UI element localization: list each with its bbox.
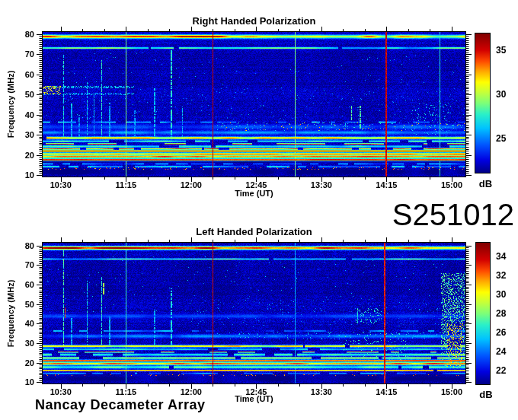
x-tick-label: 12:45	[239, 180, 273, 189]
x-tick-label: 14:15	[369, 387, 403, 396]
lhp-colorbar	[475, 242, 491, 385]
x-tick-label: 12:00	[174, 387, 208, 396]
y-tick-label: 50	[16, 300, 34, 309]
rhp-x-axis-label: Time (UT)	[42, 189, 466, 198]
colorbar-tick-label: 24	[496, 346, 506, 357]
colorbar-tick-label: 28	[496, 308, 506, 319]
rhp-colorbar-unit-label: dB	[472, 178, 500, 189]
lhp-colorbar-unit-label: dB	[472, 389, 500, 400]
y-tick-label: 30	[16, 339, 34, 348]
x-tick-label: 10:30	[44, 180, 78, 189]
y-tick-label: 40	[16, 319, 34, 328]
x-tick-label: 15:00	[435, 180, 468, 189]
colorbar-tick-label: 25	[496, 133, 506, 144]
y-tick-label: 70	[16, 49, 34, 59]
observatory-label: Nancay Decameter Array	[35, 397, 205, 413]
lhp-spectrogram-canvas	[42, 242, 466, 384]
y-tick-label: 50	[16, 90, 34, 99]
rhp-plot-title: Right Handed Polarization	[42, 15, 466, 27]
x-tick-label: 11:15	[109, 180, 142, 189]
colorbar-tick-label: 30	[496, 89, 506, 100]
colorbar-tick-label: 32	[496, 270, 506, 281]
rhp-y-axis-label: Frequency (MHz)	[6, 71, 15, 138]
x-tick-label: 13:30	[305, 180, 338, 189]
rhp-spectrogram-canvas	[42, 31, 466, 177]
y-tick-label: 60	[16, 280, 34, 289]
x-tick-label: 15:00	[435, 387, 468, 396]
x-tick-label: 14:15	[369, 180, 403, 189]
y-tick-label: 20	[16, 358, 34, 368]
x-tick-label: 12:45	[239, 387, 273, 396]
colorbar-tick-label: 30	[496, 289, 506, 300]
y-tick-label: 30	[16, 130, 34, 139]
colorbar-tick-label: 35	[496, 45, 506, 56]
x-tick-label: 13:30	[305, 387, 338, 396]
colorbar-tick-label: 22	[496, 365, 506, 376]
y-tick-label: 80	[16, 241, 34, 250]
colorbar-tick-label: 26	[496, 327, 506, 338]
spectrogram-page: Right Handed Polarization Left Handed Po…	[0, 0, 518, 420]
y-tick-label: 70	[16, 260, 34, 269]
x-tick-label: 12:00	[174, 180, 208, 189]
y-tick-label: 60	[16, 70, 34, 79]
x-tick-label: 11:15	[109, 387, 142, 396]
lhp-y-axis-label: Frequency (MHz)	[6, 279, 15, 347]
y-tick-label: 20	[16, 151, 34, 160]
y-tick-label: 40	[16, 110, 34, 119]
y-tick-label: 10	[16, 170, 34, 180]
y-tick-label: 10	[16, 377, 34, 387]
colorbar-tick-label: 34	[496, 251, 506, 262]
x-tick-label: 10:30	[44, 387, 78, 396]
event-id-label: S251012	[392, 198, 514, 232]
rhp-colorbar	[475, 33, 491, 173]
y-tick-label: 80	[16, 30, 34, 39]
